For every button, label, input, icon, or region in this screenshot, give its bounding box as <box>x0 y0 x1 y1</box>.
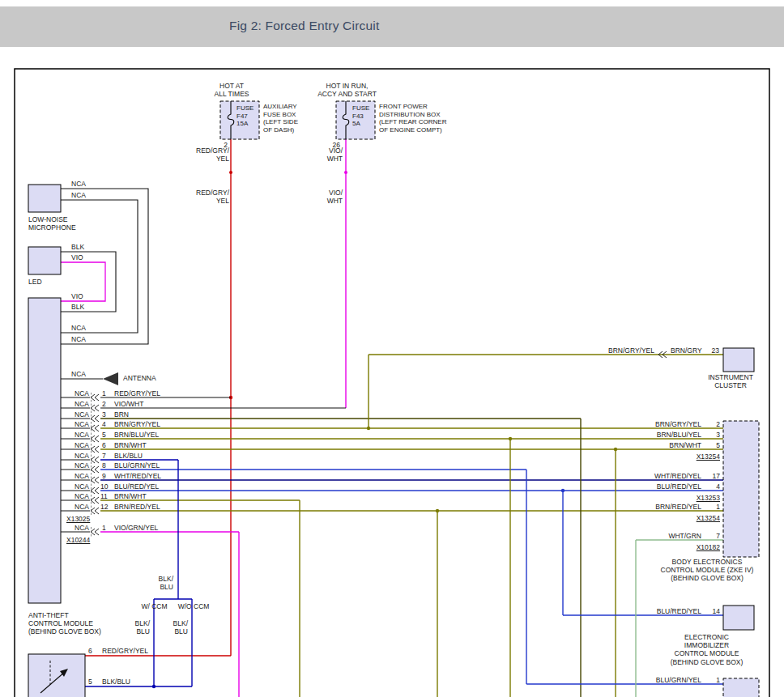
connector-row-nca: NCA <box>70 482 89 491</box>
wire-color-label: NCA <box>71 180 86 188</box>
wire-color-label: NCA <box>71 324 86 332</box>
bottom-right-module-box <box>723 678 759 697</box>
wire-color-label: BLK/ BLU <box>165 619 188 635</box>
pin-number: 1 <box>102 524 106 532</box>
wire-color-label: BLK/ BLU <box>127 619 150 635</box>
connector-row-nca: NCA <box>70 503 89 511</box>
wire-color-label: BLK/BLU <box>114 452 143 460</box>
wire-color-label: RED/GRY/ YEL <box>189 189 229 205</box>
pin-number: 1 <box>702 503 720 511</box>
wire-color-label: BRN/GRY/YEL <box>646 420 701 428</box>
pin-number: 3 <box>102 410 106 419</box>
pin-number: 6 <box>102 441 106 449</box>
wire-color-label: BLK <box>71 303 84 311</box>
led-box <box>28 247 61 274</box>
wire-color-label: RED/GRY/YEL <box>102 647 148 655</box>
led-name: LED <box>28 278 42 286</box>
pin-number: 1 <box>702 676 720 684</box>
pin-number: 10 <box>100 482 108 491</box>
wire-color-label: BLU/RED/YEL <box>646 607 701 615</box>
wire-color-label: BRN/WHT <box>646 441 701 449</box>
pin-number: 12 <box>100 503 108 511</box>
aux-fuse-box-label: AUXILIARY FUSE BOX (LEFT SIDE OF DASH) <box>263 103 298 134</box>
connector-row-nca: NCA <box>70 524 89 532</box>
with-ccm-label: W/ CCM <box>136 602 173 610</box>
connector-row-nca: NCA <box>70 431 89 439</box>
pin-number: 9 <box>102 472 106 480</box>
diagram-frame <box>15 69 769 697</box>
pin-number: 11 <box>100 492 108 500</box>
microphone-box <box>28 185 61 212</box>
pin-number: 17 <box>702 472 720 480</box>
wire-color-label: BRN/WHT <box>114 441 147 449</box>
pin-number: 5 <box>702 441 720 449</box>
connector-row-nca: NCA <box>70 452 89 460</box>
pin-number: 3 <box>702 431 720 439</box>
pin-number: 7 <box>702 532 720 540</box>
wire-color-label: VIO/ WHT <box>312 189 343 205</box>
wire-color-label: BLK/BLU <box>102 678 130 686</box>
pin-number: 2 <box>102 400 106 408</box>
wire-color-label: RED/GRY/ YEL <box>189 147 229 163</box>
fuse-f47-label: FUSE F47 15A <box>236 104 254 128</box>
wire-color-label: BRN/GRY/YEL <box>604 346 654 355</box>
wire-color-label: VIO/ WHT <box>312 147 343 163</box>
becm-box <box>723 421 759 557</box>
connector-id-label: X10244 <box>66 536 90 544</box>
wire-color-label: BRN/BLU/YEL <box>646 431 701 439</box>
wire-color-label: VIO <box>71 292 83 300</box>
connector-row-nca: NCA <box>70 400 89 408</box>
wire-color-label: NCA <box>71 370 86 378</box>
wire-color-label: NCA <box>71 191 86 199</box>
wire-color-label: BRN <box>114 410 129 419</box>
connector-row-nca: NCA <box>70 472 89 480</box>
wire-color-label: WHT/RED/YEL <box>114 472 161 480</box>
wire-color-label: BLU/GRN/YEL <box>646 676 701 684</box>
wire-color-label: BRN/BLU/YEL <box>114 431 159 439</box>
pin-number: 5 <box>102 431 106 439</box>
wire-color-label: VIO <box>71 253 83 261</box>
wire-color-label: BLK/ BLU <box>149 575 173 591</box>
immobilizer-box <box>723 606 754 630</box>
wire-color-label: NCA <box>71 335 86 343</box>
wire-color-label: VIO/GRN/YEL <box>114 524 158 532</box>
wire-color-label: WHT/RED/YEL <box>646 472 701 480</box>
becm-name: BODY ELECTRONICS CONTROL MODULE (ZKE IV)… <box>654 558 760 583</box>
switch-box <box>28 654 85 697</box>
anti-theft-module-box <box>28 298 61 603</box>
pin-number: 6 <box>88 647 92 655</box>
pin-number: 14 <box>702 607 720 615</box>
wire-color-label: VIO/WHT <box>114 400 143 408</box>
pin-number: 2 <box>702 420 720 428</box>
anti-theft-module-name: ANTI-THEFT CONTROL MODULE (BEHIND GLOVE … <box>28 611 101 636</box>
wire-color-label: BLU/RED/YEL <box>646 482 701 491</box>
immobilizer-name: ELECTRONIC IMMOBILIZER CONTROL MODULE (B… <box>656 633 757 666</box>
wire-color-label: BLU/GRN/YEL <box>114 461 160 470</box>
without-ccm-label: W/O CCM <box>174 602 213 610</box>
connector-id-label: X10182 <box>670 543 720 551</box>
pin-number: 4 <box>102 420 106 428</box>
connector-row-nca: NCA <box>70 492 89 500</box>
wire-color-label: BLU/RED/YEL <box>114 482 159 491</box>
hot-at-all-times-label: HOT AT ALL TIMES <box>194 82 269 98</box>
wire-color-label: BLK <box>71 243 84 251</box>
wire-color-label: BRN/WHT <box>114 492 147 500</box>
power-dist-box-label: FRONT POWER DISTRIBUTION BOX (LEFT REAR … <box>379 103 446 134</box>
pin-number: 5 <box>88 678 92 686</box>
connector-row-nca: NCA <box>70 420 89 428</box>
wire-color-label: WHT/GRN <box>646 532 701 540</box>
wire-color-label: BRN/RED/YEL <box>646 503 701 511</box>
instrument-cluster-name: INSTRUMENT CLUSTER <box>697 373 765 389</box>
pin-number: 23 <box>701 346 719 355</box>
connector-id-label: X13253 <box>670 494 720 502</box>
wire-color-label: BRN/GRY/YEL <box>114 420 160 428</box>
antenna-label: ANTENNA <box>123 374 156 382</box>
pin-number: 1 <box>102 389 106 397</box>
instrument-cluster-box <box>723 348 754 372</box>
wire-color-label: BRN/RED/YEL <box>114 503 160 511</box>
pin-number: 8 <box>102 461 106 470</box>
wiring-diagram: HOT AT ALL TIMES HOT IN RUN, ACCY AND ST… <box>0 0 784 697</box>
connector-row-nca: NCA <box>70 441 89 449</box>
microphone-name: LOW-NOISE MICROPHONE <box>28 215 76 232</box>
connector-row-nca: NCA <box>70 389 89 397</box>
